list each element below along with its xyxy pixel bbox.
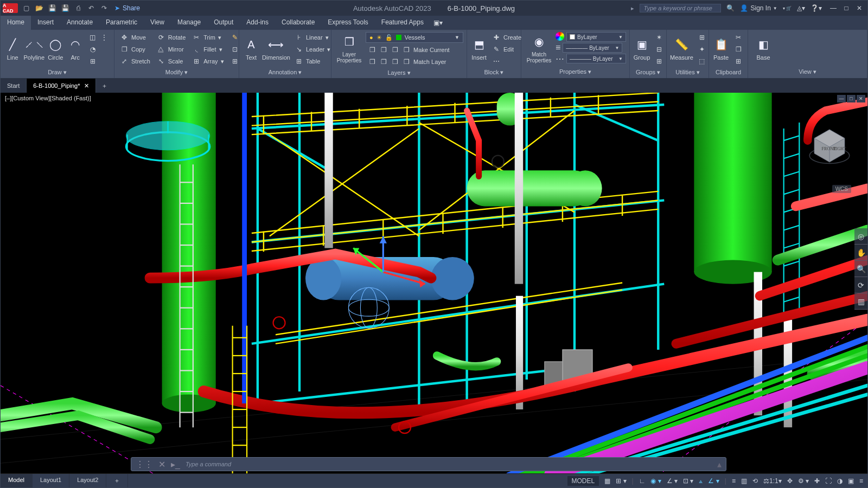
- linetype-icon[interactable]: ⋯: [556, 54, 564, 64]
- group-button[interactable]: ▣Group: [633, 32, 650, 65]
- rotate-button[interactable]: ⟳Rotate: [155, 32, 188, 43]
- saveas-icon[interactable]: 💾: [60, 3, 70, 13]
- tab-addins[interactable]: Add-ins: [240, 16, 275, 30]
- wcs-label[interactable]: WCS: [832, 185, 851, 193]
- leader-button[interactable]: ↘Leader▾: [292, 44, 333, 55]
- search-icon[interactable]: 🔍: [726, 4, 735, 12]
- block-extra[interactable]: ⋯: [490, 56, 524, 67]
- autodesk-icon[interactable]: ◬▾: [797, 4, 805, 12]
- ribbon-launcher-icon[interactable]: ▣▾: [430, 16, 446, 30]
- redo-icon[interactable]: ↷: [99, 3, 109, 13]
- drawing-viewport[interactable]: [–][Custom View][Shaded (Fast)] — □ ✕ WC…: [1, 93, 867, 473]
- panel-utils-label[interactable]: Utilities ▾: [667, 69, 709, 78]
- steering-wheel-icon[interactable]: ◎: [854, 228, 867, 245]
- lineweight-icon[interactable]: ≡: [556, 43, 560, 53]
- line-button[interactable]: ╱Line: [4, 32, 21, 65]
- copy-button[interactable]: ❐Copy: [118, 44, 152, 55]
- cmd-expand-icon[interactable]: ▴: [717, 459, 722, 470]
- tab-layout2[interactable]: Layout2: [69, 474, 106, 487]
- tab-manage[interactable]: Manage: [171, 16, 207, 30]
- move-button[interactable]: ✥Move: [118, 32, 152, 43]
- edit-button[interactable]: ✎Edit: [490, 44, 524, 55]
- tab-drawing-active[interactable]: 6-B-1000_Piping*✕: [27, 79, 96, 93]
- cleanscreen-icon[interactable]: ▣: [848, 477, 854, 485]
- workspace-icon[interactable]: ⚙ ▾: [798, 477, 809, 485]
- create-button[interactable]: ✚Create: [490, 32, 524, 43]
- transparency-icon[interactable]: ▥: [741, 477, 747, 485]
- tab-featured[interactable]: Featured Apps: [375, 16, 430, 30]
- viewport-label[interactable]: [–][Custom View][Shaded (Fast)]: [5, 95, 91, 101]
- maximize-icon[interactable]: □: [840, 3, 852, 14]
- annoscale-icon[interactable]: ⚖ 1:1 ▾: [763, 477, 782, 485]
- polyline-button[interactable]: ⟋⟍Polyline: [23, 32, 44, 65]
- panel-layers-label[interactable]: Layers ▾: [331, 69, 467, 78]
- linear-button[interactable]: ⊦Linear▾: [292, 32, 333, 43]
- minimize-icon[interactable]: —: [827, 3, 839, 14]
- tab-add-layout[interactable]: ＋: [106, 474, 128, 487]
- command-line[interactable]: ⋮⋮ ✕ ▸_ Type a command ▴: [131, 457, 726, 471]
- scale-button[interactable]: ⤡Scale: [155, 56, 188, 67]
- help-icon[interactable]: ❔▾: [810, 4, 822, 12]
- panel-groups-label[interactable]: Groups ▾: [630, 69, 666, 78]
- status-model[interactable]: MODEL: [567, 476, 599, 486]
- fillet-button[interactable]: ◟Fillet▾: [190, 44, 226, 55]
- panel-block-label[interactable]: Block ▾: [467, 69, 521, 78]
- customize-icon[interactable]: ≡: [859, 477, 863, 485]
- open-icon[interactable]: 📂: [34, 3, 44, 13]
- 3dsnap-icon[interactable]: ⟁: [699, 477, 703, 485]
- draw-extra2[interactable]: ◔: [86, 44, 111, 55]
- new-tab-button[interactable]: ＋: [96, 79, 113, 93]
- layer-tool1[interactable]: ❒❒❒❒Make Current: [366, 44, 452, 55]
- array-button[interactable]: ⊞Array▾: [190, 56, 226, 67]
- vp-max-icon[interactable]: □: [847, 95, 856, 102]
- search-input[interactable]: Type a keyword or phrase: [640, 4, 721, 12]
- tab-view[interactable]: View: [144, 16, 171, 30]
- cmd-handle-icon[interactable]: ⋮⋮: [136, 459, 153, 470]
- tab-express[interactable]: Express Tools: [321, 16, 374, 30]
- layer-props-button[interactable]: ❒Layer Properties: [335, 32, 363, 65]
- text-button[interactable]: AText: [242, 32, 260, 65]
- close-tab-icon[interactable]: ✕: [84, 82, 89, 89]
- orbit-icon[interactable]: ⟳: [854, 277, 867, 293]
- signin-button[interactable]: 👤 Sign In ▼: [740, 4, 777, 12]
- tab-parametric[interactable]: Parametric: [99, 16, 144, 30]
- cycling-icon[interactable]: ⟲: [752, 477, 758, 485]
- isodraft-icon[interactable]: ∠ ▾: [667, 477, 678, 485]
- app-store-icon[interactable]: ▾ 🛒: [783, 6, 792, 11]
- panel-clip-label[interactable]: Clipboard: [709, 69, 748, 78]
- arc-button[interactable]: ◠Arc: [67, 32, 84, 65]
- snap-icon[interactable]: ⊞ ▾: [616, 477, 626, 485]
- stretch-button[interactable]: ⤢Stretch: [118, 56, 152, 67]
- annomon-icon[interactable]: ✚: [814, 477, 820, 485]
- lineweight-toggle-icon[interactable]: ≡: [732, 477, 736, 485]
- tab-output[interactable]: Output: [207, 16, 240, 30]
- table-button[interactable]: ⊞Table: [292, 56, 333, 67]
- showmotion-icon[interactable]: ▥: [854, 293, 867, 310]
- new-icon[interactable]: ▢: [21, 3, 31, 13]
- trim-button[interactable]: ✂Trim▾: [190, 32, 226, 43]
- circle-button[interactable]: ◯Circle: [47, 32, 64, 65]
- color-dropdown[interactable]: ByLayer▼: [566, 32, 626, 42]
- panel-props-label[interactable]: Properties ▾: [521, 68, 629, 78]
- dimension-button[interactable]: ⟷Dimension: [262, 32, 290, 65]
- linetype-dropdown[interactable]: ———— ByLayer▼: [566, 54, 626, 63]
- draw-extra1[interactable]: ◫⋮: [86, 32, 111, 43]
- share-button[interactable]: ➤ Share: [114, 4, 140, 12]
- plot-icon[interactable]: ⎙: [73, 3, 83, 13]
- mirror-button[interactable]: ⧋Mirror: [155, 44, 188, 55]
- osnap-icon[interactable]: ⊡ ▾: [683, 477, 693, 485]
- tab-model[interactable]: Model: [1, 474, 33, 487]
- undo-icon[interactable]: ↶: [86, 3, 96, 13]
- match-props-button[interactable]: ◉Match Properties: [525, 32, 553, 65]
- save-icon[interactable]: 💾: [47, 3, 57, 13]
- draw-extra3[interactable]: ⊞: [86, 56, 111, 67]
- base-button[interactable]: ◧Base: [751, 32, 775, 65]
- viewcube[interactable]: FRONT RIGHT: [808, 125, 851, 169]
- grid-icon[interactable]: ▦: [604, 477, 610, 485]
- tab-layout1[interactable]: Layout1: [33, 474, 69, 487]
- hardware-icon[interactable]: ⛶: [825, 477, 832, 485]
- tab-insert[interactable]: Insert: [31, 16, 60, 30]
- panel-modify-label[interactable]: Modify ▾: [114, 69, 239, 78]
- tab-start[interactable]: Start: [1, 79, 27, 93]
- paste-button[interactable]: 📋Paste: [712, 32, 730, 65]
